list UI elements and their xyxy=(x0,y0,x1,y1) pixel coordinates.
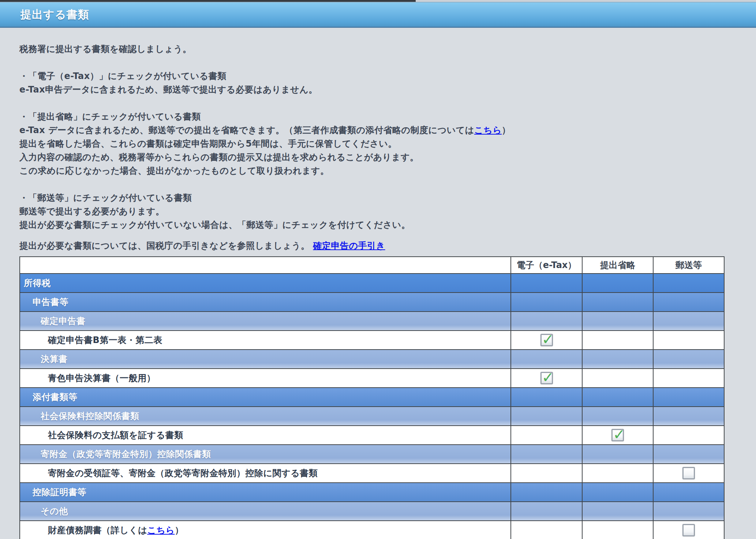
shoryaku-bullet-line2: 提出を省略した場合、これらの書類は確定申告期限から5年間は、手元に保管してくださ… xyxy=(19,137,756,151)
shoryaku-cell xyxy=(582,483,653,502)
shoryaku-cell xyxy=(582,521,653,539)
yuso-bullet-title: ・「郵送等」にチェックが付いている書類 xyxy=(19,191,756,205)
column-header-etax: 電子（e-Tax） xyxy=(511,257,582,274)
row-label: 申告書等 xyxy=(20,293,511,312)
category-row: その他 xyxy=(20,502,724,521)
category-row: 添付書類等 xyxy=(20,388,724,407)
kakutei-shinkoku-tebiki-link[interactable]: 確定申告の手引き xyxy=(313,241,385,251)
yuso-cell xyxy=(653,464,724,483)
row-label: 確定申告書 xyxy=(20,312,511,331)
category-row: 確定申告書 xyxy=(20,312,724,331)
shoryaku-bullet-line4: この求めに応じなかった場合、提出がなかったものとして取り扱われます。 xyxy=(19,164,756,178)
etax-cell xyxy=(511,369,582,388)
shoryaku-cell xyxy=(582,312,653,331)
row-label: 社会保険料の支払額を証する書類 xyxy=(20,426,511,445)
document-row: 青色申告決算書（一般用） xyxy=(20,369,724,388)
category-row: 寄附金（政党等寄附金特別）控除関係書類 xyxy=(20,445,724,464)
yuso-bullet-line2: 提出が必要な書類にチェックが付いていない場合は、「郵送等」にチェックを付けてくだ… xyxy=(19,218,756,232)
yuso-cell xyxy=(653,388,724,407)
yuso-bullet-line1: 郵送等で提出する必要があります。 xyxy=(19,205,756,218)
yuso-cell xyxy=(653,502,724,521)
etax-cell xyxy=(511,274,582,293)
document-row: 社会保険料の支払額を証する書類 xyxy=(20,426,724,445)
etax-cell xyxy=(511,293,582,312)
tenpu-shoryaku-kochira-link[interactable]: こちら xyxy=(474,125,502,135)
etax-bullet-line: e-Tax申告データに含まれるため、郵送等で提出する必要はありません。 xyxy=(19,83,756,97)
checkbox-checked[interactable] xyxy=(540,372,553,384)
shoryaku-bullet-line1: e-Tax データに含まれるため、郵送等での提出を省略できます。（第三者作成書類… xyxy=(19,124,756,137)
shoryaku-section: ・「提出省略」にチェックが付いている書類 e-Tax データに含まれるため、郵送… xyxy=(19,110,756,178)
shoryaku-bullet-line3: 入力内容の確認のため、税務署等からこれらの書類の提示又は提出を求められることがあ… xyxy=(19,151,756,164)
shoryaku-line1-pre: e-Tax データに含まれるため、郵送等での提出を省略できます。（第三者作成書類… xyxy=(19,125,474,135)
shoryaku-cell xyxy=(582,331,653,350)
checkbox-unchecked[interactable] xyxy=(682,467,695,479)
row-label: 寄附金（政党等寄附金特別）控除関係書類 xyxy=(20,445,511,464)
row-label: 添付書類等 xyxy=(20,388,511,407)
shoryaku-cell xyxy=(582,426,653,445)
zaisan-saimu-kochira-link[interactable]: こちら xyxy=(147,525,175,535)
row-label-text: ） xyxy=(175,525,184,535)
yuso-cell xyxy=(653,331,724,350)
table-header-row: 電子（e-Tax） 提出省略 郵送等 xyxy=(20,257,724,274)
row-label-text: 財産債務調書（詳しくは xyxy=(48,525,147,535)
etax-cell xyxy=(511,426,582,445)
row-label: その他 xyxy=(20,502,511,521)
yuso-cell xyxy=(653,483,724,502)
etax-section: ・「電子（e-Tax）」にチェックが付いている書類 e-Tax申告データに含まれ… xyxy=(19,69,756,97)
shoryaku-cell xyxy=(582,464,653,483)
column-header-empty xyxy=(20,257,511,274)
yuso-section: ・「郵送等」にチェックが付いている書類 郵送等で提出する必要があります。 提出が… xyxy=(19,191,756,232)
shoryaku-cell xyxy=(582,388,653,407)
intro-text: 税務署に提出する書類を確認しましょう。 xyxy=(19,42,756,56)
shoryaku-cell xyxy=(582,350,653,369)
document-row: 寄附金の受領証等、寄附金（政党等寄附金特別）控除に関する書類 xyxy=(20,464,724,483)
row-label: 社会保険料控除関係書類 xyxy=(20,407,511,426)
category-row: 控除証明書等 xyxy=(20,483,724,502)
category-row: 決算書 xyxy=(20,350,724,369)
category-row: 社会保険料控除関係書類 xyxy=(20,407,724,426)
yuso-cell xyxy=(653,312,724,331)
column-header-yuso: 郵送等 xyxy=(653,257,724,274)
yuso-cell xyxy=(653,521,724,539)
shoryaku-cell xyxy=(582,274,653,293)
checkbox-checked[interactable] xyxy=(540,334,553,346)
page-title: 提出する書類 xyxy=(0,3,756,27)
guide-text: 提出が必要な書類については、国税庁の手引きなどを参照しましょう。 xyxy=(19,241,310,251)
category-row: 申告書等 xyxy=(20,293,724,312)
yuso-cell xyxy=(653,407,724,426)
etax-cell xyxy=(511,521,582,539)
documents-table: 電子（e-Tax） 提出省略 郵送等 所得税申告書等確定申告書確定申告書B第一表… xyxy=(19,256,725,539)
row-label: 財産債務調書（詳しくはこちら） xyxy=(20,521,511,539)
etax-cell xyxy=(511,388,582,407)
guide-line: 提出が必要な書類については、国税庁の手引きなどを参照しましょう。 確定申告の手引… xyxy=(19,239,756,253)
shoryaku-cell xyxy=(582,293,653,312)
etax-cell xyxy=(511,350,582,369)
document-row: 確定申告書B第一表・第二表 xyxy=(20,331,724,350)
row-label: 所得税 xyxy=(20,274,511,293)
document-row: 財産債務調書（詳しくはこちら） xyxy=(20,521,724,539)
row-label: 寄附金の受領証等、寄附金（政党等寄附金特別）控除に関する書類 xyxy=(20,464,511,483)
shoryaku-cell xyxy=(582,502,653,521)
checkbox-checked[interactable] xyxy=(611,429,624,441)
column-header-shoryaku: 提出省略 xyxy=(582,257,653,274)
category-row: 所得税 xyxy=(20,274,724,293)
yuso-cell xyxy=(653,350,724,369)
shoryaku-cell xyxy=(582,445,653,464)
yuso-cell xyxy=(653,274,724,293)
etax-cell xyxy=(511,464,582,483)
checkbox-unchecked[interactable] xyxy=(682,524,695,536)
main-content: 税務署に提出する書類を確認しましょう。 ・「電子（e-Tax）」にチェックが付い… xyxy=(0,42,756,539)
row-label: 決算書 xyxy=(20,350,511,369)
row-label: 確定申告書B第一表・第二表 xyxy=(20,331,511,350)
etax-bullet-title: ・「電子（e-Tax）」にチェックが付いている書類 xyxy=(19,69,756,83)
yuso-cell xyxy=(653,426,724,445)
shoryaku-bullet-title: ・「提出省略」にチェックが付いている書類 xyxy=(19,110,756,124)
shoryaku-cell xyxy=(582,369,653,388)
row-label: 控除証明書等 xyxy=(20,483,511,502)
etax-cell xyxy=(511,502,582,521)
row-label: 青色申告決算書（一般用） xyxy=(20,369,511,388)
etax-cell xyxy=(511,312,582,331)
etax-cell xyxy=(511,445,582,464)
page-header: 提出する書類 xyxy=(0,2,756,28)
yuso-cell xyxy=(653,445,724,464)
